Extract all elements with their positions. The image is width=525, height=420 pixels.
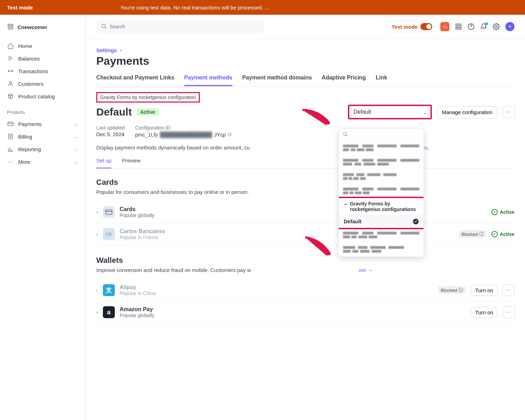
expand-chevron-icon[interactable]: › bbox=[96, 287, 98, 293]
sidebar-item-home[interactable]: Home bbox=[0, 40, 85, 52]
svg-point-9 bbox=[496, 26, 497, 28]
payment-method-name: Amazon Pay bbox=[120, 306, 155, 313]
svg-rect-6 bbox=[456, 27, 458, 29]
billing-icon bbox=[7, 133, 14, 140]
catalog-icon bbox=[7, 93, 14, 100]
test-mode-banner: Test mode You're using test data. No rea… bbox=[0, 0, 525, 15]
dropdown-search-input[interactable] bbox=[351, 132, 419, 138]
dropdown-option-default[interactable]: Default ✓ bbox=[339, 215, 424, 228]
tabs: Checkout and Payment Links Payment metho… bbox=[96, 75, 514, 86]
section-desc-cards: Popular for consumers and businesses to … bbox=[96, 189, 514, 195]
sidebar-item-catalog[interactable]: Product catalog bbox=[0, 90, 85, 103]
test-mode-toggle-label: Test mode bbox=[392, 24, 418, 30]
configuration-dropdown: Gravity Forms by rocketgenius configurat… bbox=[338, 128, 424, 257]
row-more-button[interactable]: ⋯ bbox=[503, 284, 514, 296]
tab-checkout[interactable]: Checkout and Payment Links bbox=[96, 75, 174, 86]
sidebar-item-billing[interactable]: Billing ⌄ bbox=[0, 130, 85, 143]
last-updated-label: Last updated bbox=[96, 125, 125, 131]
svg-point-3 bbox=[102, 24, 106, 28]
payment-method-row: › 支 Alipay Popular in China Blocked ⓘ Tu… bbox=[96, 279, 514, 301]
subtab-setup[interactable]: Set up bbox=[96, 158, 111, 168]
redacted-option[interactable] bbox=[339, 184, 424, 198]
chevron-down-icon bbox=[343, 202, 348, 207]
home-icon bbox=[7, 42, 14, 49]
tab-link[interactable]: Link bbox=[376, 75, 387, 86]
sidebar-label: More bbox=[18, 159, 30, 165]
row-more-button[interactable]: ⋯ bbox=[503, 306, 514, 318]
last-updated-value: Dec 5, 2024 bbox=[96, 131, 125, 137]
payment-method-row: › Cards Popular globally ✓Active bbox=[96, 201, 514, 223]
add-button[interactable]: + bbox=[505, 22, 514, 31]
redacted-option[interactable] bbox=[339, 228, 424, 242]
more-actions-button[interactable]: ⋯ bbox=[503, 106, 514, 118]
redacted-option[interactable] bbox=[339, 169, 424, 184]
notifications-icon[interactable] bbox=[480, 23, 487, 30]
dropdown-search[interactable] bbox=[339, 129, 424, 141]
sidebar-item-balances[interactable]: Balances bbox=[0, 52, 85, 65]
card-brand-icon bbox=[103, 206, 115, 218]
inbox-icon[interactable]: ▭ bbox=[440, 22, 449, 31]
turn-on-button[interactable]: Turn on bbox=[471, 307, 498, 318]
svg-rect-10 bbox=[106, 210, 112, 215]
copy-icon[interactable]: ⧉ bbox=[228, 131, 232, 138]
payment-method-sub: Popular globally bbox=[120, 212, 155, 218]
svg-rect-5 bbox=[459, 24, 461, 26]
sidebar-label: Transactions bbox=[18, 68, 48, 74]
redacted-option[interactable] bbox=[339, 141, 424, 155]
svg-rect-1 bbox=[8, 122, 13, 126]
test-mode-toggle[interactable]: Test mode bbox=[386, 21, 435, 33]
sidebar-item-reporting[interactable]: Reporting ⌄ bbox=[0, 143, 85, 155]
search-icon bbox=[343, 132, 348, 138]
search-input[interactable]: Search bbox=[96, 20, 264, 34]
sidebar-label: Billing bbox=[18, 134, 32, 140]
redacted-option[interactable] bbox=[339, 242, 424, 257]
sidebar-label: Product catalog bbox=[18, 93, 55, 99]
sidebar-label: Payments bbox=[18, 121, 42, 127]
more-link[interactable]: ore → bbox=[358, 267, 373, 273]
dropdown-group-header[interactable]: Gravity Forms by rocketgenius configurat… bbox=[339, 198, 424, 215]
transactions-icon bbox=[7, 68, 14, 75]
alipay-brand-icon: 支 bbox=[103, 284, 115, 296]
tab-payment-methods[interactable]: Payment methods bbox=[184, 75, 232, 86]
configuration-title: Default bbox=[96, 106, 132, 118]
expand-chevron-icon[interactable]: › bbox=[96, 309, 98, 315]
configuration-select[interactable]: Default ⌄ bbox=[348, 105, 432, 119]
main-content: Search Test mode ▭ + Settings Payments bbox=[86, 15, 525, 420]
sidebar-item-payments[interactable]: Payments ⌄ bbox=[0, 118, 85, 130]
sidebar-item-customers[interactable]: Customers bbox=[0, 77, 85, 90]
test-mode-label: Test mode bbox=[7, 5, 33, 10]
toggle-switch[interactable] bbox=[420, 23, 432, 30]
payment-method-row: › a Amazon Pay Popular globally Turn on … bbox=[96, 301, 514, 323]
expand-chevron-icon[interactable]: › bbox=[96, 231, 98, 237]
account-brand[interactable]: Cnewcomer bbox=[0, 21, 85, 40]
payment-method-sub: Popular globally bbox=[120, 313, 155, 318]
svg-point-0 bbox=[9, 82, 12, 84]
config-id-label: Configuration ID bbox=[135, 125, 232, 131]
manage-configuration-button[interactable]: Manage configuration bbox=[437, 106, 498, 118]
description-text: Display payment methods dynamically base… bbox=[96, 145, 514, 150]
reporting-icon bbox=[7, 146, 14, 153]
qr-icon[interactable] bbox=[455, 23, 462, 30]
status-active: ✓Active bbox=[491, 209, 514, 215]
breadcrumb-settings[interactable]: Settings bbox=[96, 47, 514, 53]
chevron-down-icon: ⌄ bbox=[74, 159, 78, 165]
chevron-down-icon: ⌄ bbox=[74, 121, 78, 127]
svg-point-11 bbox=[344, 132, 347, 135]
tab-adaptive[interactable]: Adaptive Pricing bbox=[322, 75, 366, 86]
sidebar-item-more[interactable]: ⋯ More ⌄ bbox=[0, 155, 85, 168]
test-mode-message: You're using test data. No real transact… bbox=[120, 5, 269, 10]
redacted-option[interactable] bbox=[339, 155, 424, 169]
payment-method-sub: Popular in China bbox=[120, 290, 156, 296]
subtab-preview[interactable]: Preview bbox=[122, 158, 140, 168]
tab-domains[interactable]: Payment method domains bbox=[242, 75, 312, 86]
content-area: Settings Payments Checkout and Payment L… bbox=[86, 39, 525, 332]
sidebar-item-transactions[interactable]: Transactions bbox=[0, 65, 85, 77]
chevron-down-icon: ⌄ bbox=[74, 133, 78, 140]
breadcrumb-label: Settings bbox=[96, 47, 117, 53]
expand-chevron-icon[interactable]: › bbox=[96, 209, 98, 215]
sidebar-label: Home bbox=[18, 43, 32, 49]
settings-icon[interactable] bbox=[493, 23, 500, 30]
turn-on-button[interactable]: Turn on bbox=[471, 285, 498, 296]
section-title-cards: Cards bbox=[96, 178, 514, 187]
help-icon[interactable] bbox=[468, 23, 475, 30]
